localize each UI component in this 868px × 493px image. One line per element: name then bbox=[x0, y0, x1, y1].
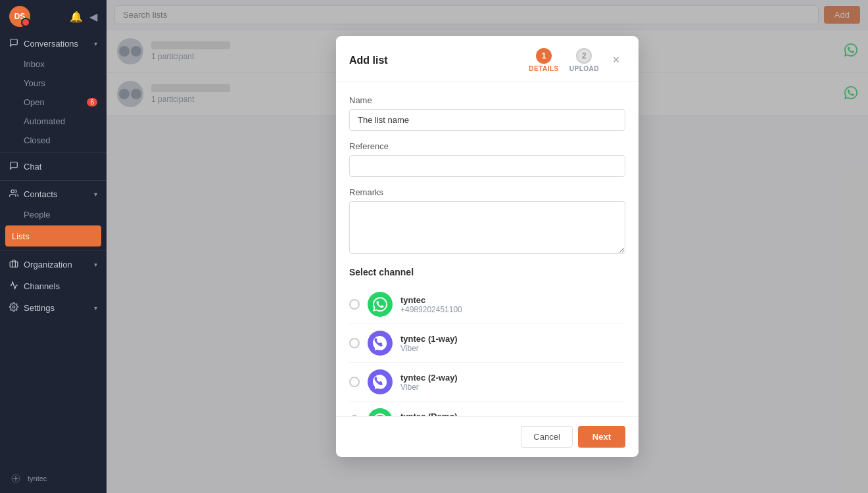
modal-overlay: Add list 1 DETAILS 2 UPLOAD × Na bbox=[107, 0, 868, 493]
channel-sub-tyntec-wa: +4989202451100 bbox=[400, 305, 625, 314]
channel-name-tyntec-demo: tyntec (Demo) bbox=[400, 411, 625, 417]
sidebar-item-yours[interactable]: Yours bbox=[0, 74, 107, 93]
step-1: 1 DETAILS bbox=[529, 48, 559, 72]
reference-input[interactable] bbox=[349, 155, 625, 177]
closed-label: Closed bbox=[24, 135, 50, 145]
automated-label: Automated bbox=[24, 116, 65, 126]
org-chevron: ▾ bbox=[94, 261, 97, 268]
sidebar-item-conversations[interactable]: Conversations ▾ bbox=[0, 33, 107, 55]
tyntec-logo-icon bbox=[9, 472, 22, 485]
channel-list: tyntec +4989202451100 tyntec (1-way) bbox=[349, 285, 625, 416]
remarks-label: Remarks bbox=[349, 187, 625, 197]
channel-item-tyntec-wa[interactable]: tyntec +4989202451100 bbox=[349, 285, 625, 324]
modal-title: Add list bbox=[349, 55, 521, 66]
sidebar-item-contacts[interactable]: Contacts ▾ bbox=[0, 183, 107, 205]
channels-label: Channels bbox=[24, 281, 60, 291]
main-area: Add 1 participant bbox=[107, 0, 868, 493]
sidebar-item-people[interactable]: People bbox=[0, 205, 107, 224]
inbox-label: Inbox bbox=[24, 59, 45, 69]
svg-point-0 bbox=[11, 190, 14, 193]
select-channel-label: Select channel bbox=[349, 267, 625, 277]
select-channel-section: Select channel tyntec +4989202451100 bbox=[349, 267, 625, 416]
channel-radio-tyntec-1way[interactable] bbox=[349, 338, 360, 348]
channel-logo-tyntec-wa bbox=[368, 292, 393, 317]
conversations-chevron: ▾ bbox=[94, 40, 97, 47]
channel-logo-tyntec-1way bbox=[368, 331, 393, 356]
channel-item-tyntec-demo[interactable]: tyntec (Demo) +4989202451251 bbox=[349, 402, 625, 416]
collapse-icon[interactable]: ◀ bbox=[89, 11, 97, 23]
channel-sub-tyntec-2way: Viber bbox=[400, 383, 625, 392]
notification-icon[interactable]: 🔔 bbox=[70, 11, 83, 23]
organization-icon bbox=[9, 259, 18, 270]
sidebar-bottom: tyntec bbox=[0, 464, 107, 493]
contacts-chevron: ▾ bbox=[94, 191, 97, 198]
add-list-modal: Add list 1 DETAILS 2 UPLOAD × Na bbox=[336, 36, 639, 457]
sidebar-header: DS 🔔 ◀ bbox=[0, 0, 107, 33]
contacts-icon bbox=[9, 189, 18, 200]
channel-info-tyntec-1way: tyntec (1-way) Viber bbox=[400, 334, 625, 353]
channel-radio-tyntec-2way[interactable] bbox=[349, 377, 360, 387]
step-2-circle: 2 bbox=[576, 48, 592, 64]
channel-name-tyntec-1way: tyntec (1-way) bbox=[400, 334, 625, 344]
sidebar-item-automated[interactable]: Automated bbox=[0, 112, 107, 131]
chat-icon bbox=[9, 161, 18, 172]
step-2: 2 UPLOAD bbox=[569, 48, 599, 72]
channel-logo-tyntec-demo bbox=[368, 408, 393, 416]
name-input[interactable] bbox=[349, 109, 625, 131]
modal-body: Name Reference Remarks Select channel bbox=[336, 82, 639, 416]
channels-icon bbox=[9, 281, 18, 292]
lists-label: Lists bbox=[12, 231, 30, 241]
sidebar-item-inbox[interactable]: Inbox bbox=[0, 55, 107, 74]
sidebar-item-organization[interactable]: Organization ▾ bbox=[0, 254, 107, 275]
sidebar-item-lists[interactable]: Lists bbox=[5, 225, 101, 246]
organization-label: Organization bbox=[24, 260, 72, 270]
modal-header: Add list 1 DETAILS 2 UPLOAD × bbox=[336, 36, 639, 82]
sidebar-item-settings[interactable]: Settings ▾ bbox=[0, 297, 107, 319]
cancel-button[interactable]: Cancel bbox=[521, 426, 572, 448]
reference-label: Reference bbox=[349, 141, 625, 151]
open-label: Open bbox=[24, 97, 45, 107]
chat-label: Chat bbox=[24, 162, 41, 172]
settings-icon bbox=[9, 302, 18, 314]
tyntec-label: tyntec bbox=[28, 475, 47, 482]
next-button[interactable]: Next bbox=[578, 426, 625, 448]
channel-item-tyntec-1way[interactable]: tyntec (1-way) Viber bbox=[349, 324, 625, 363]
conversations-icon bbox=[9, 38, 18, 49]
step-2-label: UPLOAD bbox=[569, 65, 599, 72]
open-count: 6 bbox=[87, 98, 97, 106]
channel-name-tyntec-2way: tyntec (2-way) bbox=[400, 373, 625, 383]
sidebar-item-chat[interactable]: Chat bbox=[0, 156, 107, 177]
channel-logo-tyntec-2way bbox=[368, 369, 393, 394]
modal-close-button[interactable]: × bbox=[607, 51, 625, 70]
conversations-label: Conversations bbox=[24, 39, 78, 49]
svg-point-2 bbox=[12, 306, 15, 308]
svg-rect-1 bbox=[10, 262, 18, 267]
name-form-group: Name bbox=[349, 95, 625, 131]
avatar[interactable]: DS bbox=[9, 6, 30, 27]
remarks-form-group: Remarks bbox=[349, 187, 625, 256]
channel-info-tyntec-wa: tyntec +4989202451100 bbox=[400, 295, 625, 314]
step-1-label: DETAILS bbox=[529, 65, 559, 72]
sidebar: DS 🔔 ◀ Conversations ▾ Inbox Yours Open … bbox=[0, 0, 107, 493]
reference-form-group: Reference bbox=[349, 141, 625, 177]
people-label: People bbox=[24, 210, 50, 220]
sidebar-item-open[interactable]: Open 6 bbox=[0, 93, 107, 112]
sidebar-item-closed[interactable]: Closed bbox=[0, 131, 107, 150]
contacts-label: Contacts bbox=[24, 189, 57, 199]
channel-name-tyntec-wa: tyntec bbox=[400, 295, 625, 305]
channel-info-tyntec-demo: tyntec (Demo) +4989202451251 bbox=[400, 411, 625, 417]
settings-chevron: ▾ bbox=[94, 304, 97, 312]
settings-label: Settings bbox=[24, 303, 55, 313]
modal-steps: 1 DETAILS 2 UPLOAD bbox=[529, 48, 599, 72]
channel-info-tyntec-2way: tyntec (2-way) Viber bbox=[400, 373, 625, 392]
remarks-textarea[interactable] bbox=[349, 201, 625, 254]
sidebar-item-channels[interactable]: Channels bbox=[0, 275, 107, 297]
step-1-circle: 1 bbox=[536, 48, 552, 64]
modal-footer: Cancel Next bbox=[336, 416, 639, 457]
channel-item-tyntec-2way[interactable]: tyntec (2-way) Viber bbox=[349, 363, 625, 402]
channel-radio-tyntec-wa[interactable] bbox=[349, 299, 360, 310]
yours-label: Yours bbox=[24, 78, 45, 88]
channel-sub-tyntec-1way: Viber bbox=[400, 344, 625, 353]
name-label: Name bbox=[349, 95, 625, 105]
